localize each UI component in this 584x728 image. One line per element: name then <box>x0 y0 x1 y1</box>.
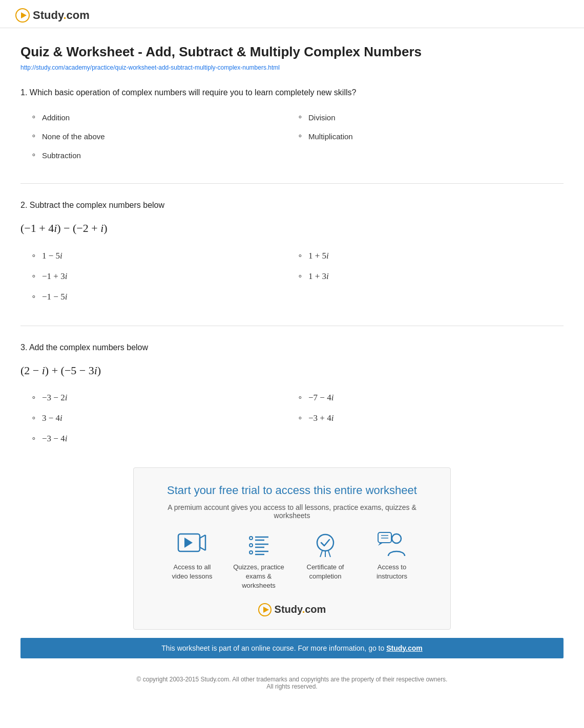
answer-label: Subtraction <box>42 151 81 160</box>
logo: Study.com <box>15 8 569 23</box>
answer-item[interactable]: ⚬ Division <box>297 108 564 127</box>
answer-item[interactable]: ⚬ None of the above <box>31 127 297 146</box>
answers-grid-2: ⚬ 1 − 5i ⚬ 1 + 5i ⚬ −1 + 3i ⚬ 1 + 3i ⚬ <box>31 246 564 307</box>
info-bar: This worksheet is part of an online cour… <box>20 638 564 658</box>
question-1: 1. Which basic operation of complex numb… <box>20 87 564 165</box>
radio-icon: ⚬ <box>297 272 303 281</box>
trial-title: Start your free trial to access this ent… <box>154 483 430 498</box>
trial-feature-certificate: Certificate ofcompletion <box>300 532 351 591</box>
trial-logo-text: Study.com <box>275 604 326 615</box>
header: Study.com <box>0 0 584 28</box>
svg-rect-22 <box>378 532 391 543</box>
question-1-text: 1. Which basic operation of complex numb… <box>20 87 564 99</box>
page-title: Quiz & Worksheet - Add, Subtract & Multi… <box>20 44 564 61</box>
feature-label-certificate: Certificate ofcompletion <box>307 563 344 581</box>
trial-logo: Study.com <box>154 603 430 616</box>
radio-icon: ⚬ <box>31 132 37 140</box>
svg-point-17 <box>317 534 333 551</box>
answer-item[interactable]: ⚬ Subtraction <box>31 146 297 165</box>
answer-item[interactable]: ⚬ 1 + 5i <box>297 246 564 266</box>
answer-label: Multiplication <box>308 132 353 141</box>
radio-icon: ⚬ <box>297 394 303 402</box>
question-2: 2. Subtract the complex numbers below (−… <box>20 199 564 307</box>
svg-line-19 <box>328 551 330 557</box>
answer-label: 1 + 5i <box>308 251 329 261</box>
answer-item[interactable]: ⚬ −1 + 3i <box>31 266 297 287</box>
footer: © copyright 2003-2015 Study.com. All oth… <box>0 667 584 700</box>
feature-label-video: Access to allvideo lessons <box>172 563 213 581</box>
trial-feature-video: Access to allvideo lessons <box>166 532 218 591</box>
svg-marker-1 <box>21 12 27 18</box>
question-3-equation: (2 − i) + (−5 − 3i) <box>20 363 564 379</box>
question-2-text: 2. Subtract the complex numbers below <box>20 199 564 211</box>
svg-point-11 <box>249 544 253 547</box>
answers-grid-3: ⚬ −3 − 2i ⚬ −7 − 4i ⚬ 3 − 4i ⚬ −3 + 4i ⚬ <box>31 388 564 449</box>
trial-features: Access to allvideo lessons <box>154 532 430 591</box>
radio-icon: ⚬ <box>31 394 37 402</box>
trial-logo-icon <box>258 603 272 616</box>
svg-marker-7 <box>184 538 193 548</box>
svg-point-21 <box>392 534 401 543</box>
answer-label: −1 + 3i <box>42 271 67 282</box>
radio-icon: ⚬ <box>297 252 303 260</box>
footer-line2: All rights reserved. <box>20 683 564 690</box>
svg-line-3 <box>200 535 205 538</box>
answer-item[interactable]: ⚬ 3 − 4i <box>31 408 297 429</box>
svg-line-18 <box>320 551 322 557</box>
answer-item[interactable]: ⚬ Multiplication <box>297 127 564 146</box>
answer-label: None of the above <box>42 132 105 141</box>
instructors-icon <box>377 532 407 558</box>
feature-label-quizzes: Quizzes, practiceexams & worksheets <box>233 563 284 591</box>
answer-label: 3 − 4i <box>42 413 62 423</box>
svg-point-8 <box>249 537 253 540</box>
info-bar-text: This worksheet is part of an online cour… <box>161 644 384 652</box>
answer-item[interactable]: ⚬ −7 − 4i <box>297 388 564 408</box>
radio-icon: ⚬ <box>297 113 303 121</box>
answer-label: −7 − 4i <box>308 393 333 403</box>
answer-label: −3 − 2i <box>42 393 67 403</box>
radio-icon: ⚬ <box>31 293 37 301</box>
certificate-icon <box>310 532 341 558</box>
footer-line1: © copyright 2003-2015 Study.com. All oth… <box>20 676 564 683</box>
trial-feature-quizzes: Quizzes, practiceexams & worksheets <box>233 532 284 591</box>
answer-label: Division <box>308 113 336 122</box>
question-3: 3. Add the complex numbers below (2 − i)… <box>20 341 564 449</box>
svg-point-14 <box>249 551 253 554</box>
page-url: http://study.com/academy/practice/quiz-w… <box>20 64 564 71</box>
answer-label: −1 − 5i <box>42 292 67 302</box>
radio-icon: ⚬ <box>31 151 37 159</box>
radio-icon: ⚬ <box>31 414 37 422</box>
radio-icon: ⚬ <box>297 414 303 422</box>
radio-icon: ⚬ <box>297 132 303 140</box>
info-bar-link[interactable]: Study.com <box>386 644 423 652</box>
trial-feature-instructors: Access toinstructors <box>366 532 418 591</box>
radio-icon: ⚬ <box>31 272 37 281</box>
answer-item[interactable]: ⚬ Addition <box>31 108 297 127</box>
svg-line-4 <box>200 547 205 550</box>
divider <box>20 183 564 184</box>
feature-label-instructors: Access toinstructors <box>377 563 407 581</box>
radio-icon: ⚬ <box>31 435 37 443</box>
answer-item[interactable]: ⚬ −3 − 2i <box>31 388 297 408</box>
list-icon <box>243 532 274 558</box>
answer-label: −3 − 4i <box>42 434 67 444</box>
logo-icon <box>15 8 30 23</box>
trial-box: Start your free trial to access this ent… <box>133 467 451 629</box>
radio-icon: ⚬ <box>31 113 37 121</box>
answer-item[interactable]: ⚬ −1 − 5i <box>31 287 297 307</box>
question-2-equation: (−1 + 4i) − (−2 + i) <box>20 221 564 237</box>
radio-icon: ⚬ <box>31 252 37 260</box>
answer-item[interactable]: ⚬ −3 − 4i <box>31 429 297 449</box>
answer-label: 1 + 3i <box>308 271 329 282</box>
answer-item[interactable]: ⚬ −3 + 4i <box>297 408 564 429</box>
answer-item[interactable]: ⚬ 1 + 3i <box>297 266 564 287</box>
answer-label: −3 + 4i <box>308 413 333 423</box>
trial-box-wrapper: Start your free trial to access this ent… <box>20 467 564 629</box>
trial-subtitle: A premium account gives you access to al… <box>154 503 430 520</box>
logo-text: Study.com <box>33 9 90 22</box>
video-icon <box>177 532 207 558</box>
main-content: Quiz & Worksheet - Add, Subtract & Multi… <box>0 28 584 449</box>
answer-item[interactable]: ⚬ 1 − 5i <box>31 246 297 266</box>
answer-label: 1 − 5i <box>42 251 62 261</box>
question-3-text: 3. Add the complex numbers below <box>20 341 564 354</box>
